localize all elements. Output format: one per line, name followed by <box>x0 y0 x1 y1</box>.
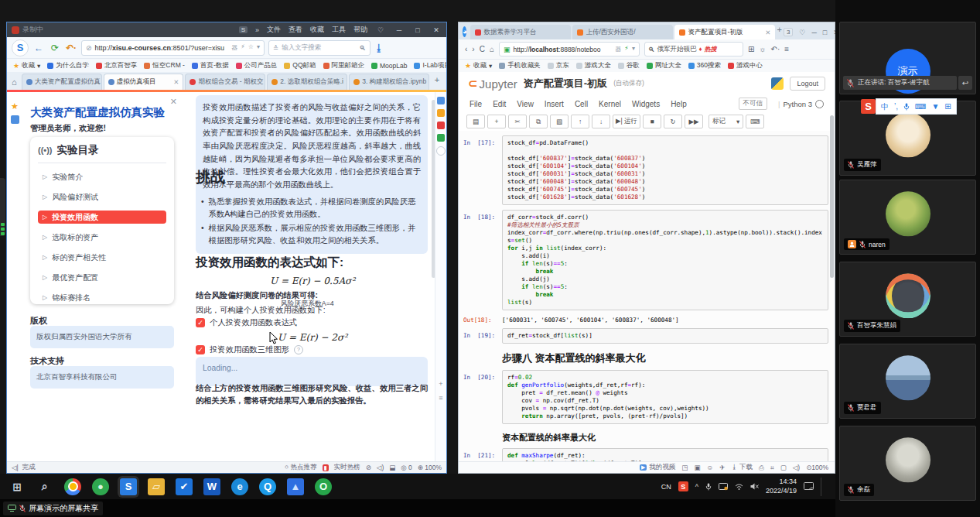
panel-circle-icon[interactable] <box>436 146 446 156</box>
presenter-tile[interactable]: 演示 正在讲话: 百智享-谢宇航 ↩ <box>839 22 976 94</box>
qr-icon[interactable]: 器 <box>231 43 237 52</box>
participant-tile[interactable]: naren <box>839 180 976 255</box>
cell-type-select[interactable]: 标记▾ <box>709 115 743 128</box>
browser-tab[interactable]: 虚拟仿真项目✕ <box>104 74 184 90</box>
code-input[interactable]: rf=0.02 def genPortfolio(weights,df_ret,… <box>502 370 828 424</box>
restart-kernel-icon[interactable]: ↻ <box>664 115 682 128</box>
bookmark-star-icon[interactable]: ☆ <box>248 43 254 52</box>
menu-item[interactable]: 文件 <box>267 25 281 35</box>
trust-status[interactable]: 不可信 <box>739 98 768 110</box>
ime-toolbox-icon[interactable]: ⊞ <box>944 102 951 111</box>
ime-punct[interactable]: ’, <box>894 102 898 111</box>
participant-tile[interactable]: 贾君君 <box>839 344 976 419</box>
help-icon[interactable]: ? <box>294 345 303 354</box>
maximize-button[interactable]: □ <box>412 26 423 34</box>
jupyter-menu-cell[interactable]: Cell <box>575 100 588 108</box>
jupyter-menu-help[interactable]: Help <box>671 100 687 108</box>
logout-button[interactable]: Logout <box>790 77 825 91</box>
code-cell[interactable]: In [18]:df_corr=stock_df.corr() #筛选相关性最小… <box>463 210 828 310</box>
forward-button[interactable]: › <box>472 45 474 53</box>
360-ring-icon[interactable]: O <box>315 478 332 495</box>
rocket-icon[interactable]: ✈ <box>719 464 725 471</box>
jupyter-menu-edit[interactable]: Edit <box>493 100 506 108</box>
checkbox-personal-utility[interactable]: ✓ 个人投资效用函数表达式 <box>196 317 297 328</box>
menu-item[interactable]: 收藏 <box>310 25 324 35</box>
sidebar-item-link[interactable]: ▷标的资产相关性 <box>38 251 166 264</box>
sound-icon[interactable]: ◁) <box>377 464 384 471</box>
move-up-icon[interactable]: ↑ <box>571 115 589 128</box>
collect-widget-icon[interactable] <box>11 115 19 124</box>
bookmark-item[interactable]: 恒空CRM - <box>144 61 185 70</box>
zoom-level[interactable]: ⊙100% <box>806 464 828 471</box>
zoom-level[interactable]: ⊕ 100% <box>418 464 442 471</box>
tools-icon[interactable]: ◳ <box>681 464 688 471</box>
bookmark-item[interactable]: 游戏大全 <box>576 61 611 70</box>
qr-icon[interactable]: 器 <box>615 45 621 53</box>
bookmark-item[interactable]: I-Lab项目 <box>414 61 446 70</box>
hot-recommend-link[interactable]: ○ 热点推荐 <box>285 463 317 472</box>
copy-cell-icon[interactable]: ⧉ <box>529 115 548 128</box>
screen-share-chip[interactable]: 屏幕演示的屏幕共享 <box>3 502 103 515</box>
flash-icon[interactable]: ⚡ <box>241 43 245 52</box>
browser-tab[interactable]: 期权组合交易 - 期权交✕ <box>185 74 265 90</box>
bookmark-item[interactable]: QQ邮箱 <box>284 61 316 70</box>
new-tab-button[interactable]: + <box>777 25 781 39</box>
code-input[interactable]: df_corr=stock_df.corr() #筛选相关性最小的5支股票 in… <box>502 210 828 310</box>
browser-tab[interactable]: 数据素养学习平台 <box>470 25 571 39</box>
bookmark-item[interactable]: 北京百智享 <box>96 61 138 70</box>
settings-gear-icon[interactable]: ☼ <box>759 45 766 53</box>
bookmark-item[interactable]: 手机收藏夹 <box>499 61 541 70</box>
bookmark-item[interactable]: 360搜索 <box>688 61 721 70</box>
favorite-star-icon[interactable]: ★ <box>11 101 19 111</box>
hot-list-link[interactable]: 实时热榜 <box>334 463 360 472</box>
video-icon[interactable]: ▶ <box>640 464 647 471</box>
sidebar-item-link[interactable]: ▷选取标的资产 <box>38 231 166 244</box>
download-icon[interactable]: ⭳ <box>374 43 384 53</box>
clock[interactable]: 14:342022/4/19 <box>766 478 797 495</box>
bookmark-item[interactable]: 阿里邮箱企 <box>323 61 365 70</box>
chevron-more-icon[interactable]: » <box>255 26 259 34</box>
close-button[interactable]: ✕ <box>431 26 442 34</box>
window-icon[interactable]: ▢ <box>780 464 787 471</box>
speaker-icon[interactable]: ◁| <box>12 464 19 471</box>
360-safe-icon[interactable]: ● <box>92 478 109 495</box>
emoji-icon[interactable]: ☺ <box>706 464 713 471</box>
sidebar-item-link[interactable]: ▷风险偏好测试 <box>38 190 166 204</box>
notification-icon[interactable] <box>804 482 814 491</box>
history-icon[interactable]: ↶· <box>771 45 780 53</box>
refresh-button[interactable]: ⟳ <box>49 43 61 53</box>
screen-share-tray-icon[interactable] <box>719 483 728 491</box>
browser-tab[interactable]: 3. 构建期权组合.ipynb✕ <box>349 74 429 90</box>
print-icon[interactable]: ⎙ <box>759 464 764 472</box>
volume-muted-icon[interactable] <box>750 483 759 490</box>
hot-search-input[interactable]: 🔍︎ 俄军开始顿巴 ♦ 热搜 <box>644 42 743 56</box>
minimize-button[interactable]: ─ <box>811 29 816 36</box>
sidebar-item-link[interactable]: ▷最优资产配置 <box>38 271 166 284</box>
back-button[interactable]: ‹ <box>465 45 467 53</box>
menu-icon[interactable]: ≡ <box>784 45 789 53</box>
docked-widget[interactable] <box>0 178 5 236</box>
edge-icon[interactable]: e <box>231 478 248 495</box>
jupyter-menu-insert[interactable]: Insert <box>545 100 564 108</box>
checkbox-checked-icon[interactable]: ✓ <box>196 318 205 327</box>
input-lang-indicator[interactable]: CN <box>661 483 671 491</box>
sogou-ime-tray-icon[interactable]: S <box>678 481 688 491</box>
bookmark-item[interactable]: MoopLab <box>371 62 407 70</box>
checkbox-3d-figure[interactable]: ✓ 投资效用函数三维图形 ? <box>196 344 303 355</box>
panel-add-icon[interactable]: + <box>435 380 446 388</box>
code-cell[interactable]: In [21]:def maxSharpe(df_ret): x0=len(df… <box>463 448 828 461</box>
sidebar-item-active[interactable]: ▷投资效用函数 <box>38 211 166 224</box>
bookmark-item[interactable]: 为什么自学 <box>47 61 89 70</box>
ime-mic-icon[interactable] <box>903 103 910 111</box>
notebook-scrollbar[interactable] <box>830 115 834 278</box>
checkbox-checked-icon[interactable]: ✓ <box>196 345 205 354</box>
bookmark-item[interactable]: ★收藏▾ <box>465 61 492 70</box>
code-cell[interactable]: In [20]:rf=0.02 def genPortfolio(weights… <box>463 370 828 424</box>
address-bar[interactable]: ▣ http://localhost:8888/noteboo 器⚡▾ <box>499 42 640 56</box>
code-input[interactable]: stock_df=pd.DataFrame() stock_df['600837… <box>502 135 828 205</box>
bookmark-item[interactable]: ★收藏▾ <box>13 61 40 70</box>
skin-icon[interactable]: ♡ <box>375 26 386 34</box>
markdown-heading[interactable]: 资本配置线的斜率最大化 <box>502 432 828 443</box>
save-icon[interactable]: ▤ <box>466 115 485 128</box>
bookmark-item[interactable]: 京东 <box>548 61 569 70</box>
